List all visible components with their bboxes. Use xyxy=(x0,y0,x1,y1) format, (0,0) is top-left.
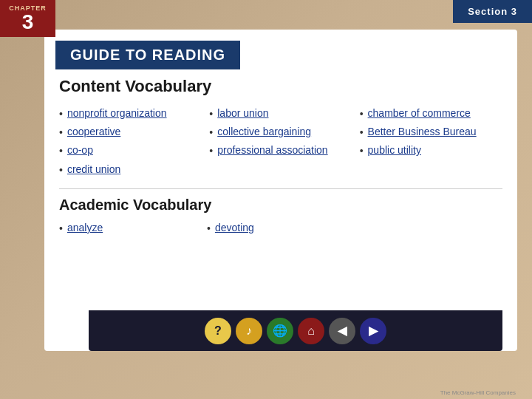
back-button[interactable]: ◀ xyxy=(329,318,355,344)
main-panel: GUIDE TO READING Content Vocabulary • no… xyxy=(44,30,517,351)
professional-assoc-link[interactable]: professional association xyxy=(217,143,327,157)
guide-to-reading-header: GUIDE TO READING xyxy=(55,41,240,69)
chamber-of-commerce-link[interactable]: chamber of commerce xyxy=(368,106,471,120)
nonprofit-org-link[interactable]: nonprofit organization xyxy=(67,106,167,120)
section-badge: Section 3 xyxy=(453,0,532,23)
cooperative-link[interactable]: cooperative xyxy=(67,125,120,138)
vocab-col-1: • nonprofit organization • cooperative •… xyxy=(59,106,202,177)
help-button[interactable]: ? xyxy=(205,318,231,344)
list-item: • co-op xyxy=(59,143,202,157)
academic-col-2: • devoting xyxy=(207,221,355,235)
academic-grid: • analyze • devoting xyxy=(59,221,502,235)
academic-col-1: • analyze xyxy=(59,221,207,235)
mcgraw-logo: The McGraw-Hill Companies xyxy=(440,389,516,396)
labor-union-link[interactable]: labor union xyxy=(217,106,268,120)
list-item: • professional association xyxy=(209,143,352,157)
globe-button[interactable]: 🌐 xyxy=(267,318,293,344)
credit-union-link[interactable]: credit union xyxy=(67,163,120,176)
co-op-link[interactable]: co-op xyxy=(67,143,93,157)
academic-col-3 xyxy=(355,221,502,235)
better-business-bureau-link[interactable]: Better Business Bureau xyxy=(368,125,477,138)
devoting-link[interactable]: devoting xyxy=(215,221,254,234)
vocab-col-3: • chamber of commerce • Better Business … xyxy=(360,106,502,177)
list-item: • nonprofit organization xyxy=(59,106,202,120)
list-item: • labor union xyxy=(209,106,352,120)
chapter-badge: CHAPTER 3 xyxy=(0,0,55,37)
content-vocabulary-title: Content Vocabulary xyxy=(59,77,502,96)
chapter-number: 3 xyxy=(22,12,34,33)
content-area: Content Vocabulary • nonprofit organizat… xyxy=(44,77,517,242)
forward-button[interactable]: ▶ xyxy=(360,318,386,344)
list-item: • Better Business Bureau xyxy=(360,125,502,139)
audio-button[interactable]: ♪ xyxy=(236,318,262,344)
list-item: • public utility xyxy=(360,143,502,157)
list-item: • chamber of commerce xyxy=(360,106,502,120)
home-button[interactable]: ⌂ xyxy=(298,318,324,344)
analyze-link[interactable]: analyze xyxy=(67,221,103,234)
bottom-toolbar: ? ♪ 🌐 ⌂ ◀ ▶ xyxy=(89,310,502,351)
list-item: • devoting xyxy=(207,221,355,235)
list-item: • collective bargaining xyxy=(209,125,352,139)
vocab-grid: • nonprofit organization • cooperative •… xyxy=(59,106,502,177)
list-item: • analyze xyxy=(59,221,207,235)
vocab-col-2: • labor union • collective bargaining • … xyxy=(209,106,352,177)
list-item: • cooperative xyxy=(59,125,202,139)
academic-vocabulary-title: Academic Vocabulary xyxy=(59,197,502,214)
list-item: • credit union xyxy=(59,163,202,177)
public-utility-link[interactable]: public utility xyxy=(368,143,421,157)
divider xyxy=(59,188,502,189)
collective-bargaining-link[interactable]: collective bargaining xyxy=(217,125,311,138)
